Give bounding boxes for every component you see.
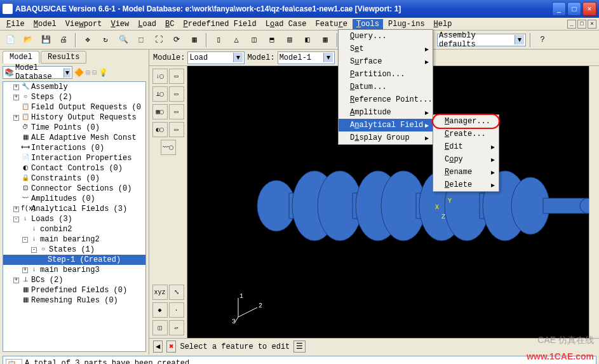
tree-item[interactable]: ◐Contact Controls (0) <box>3 163 145 173</box>
tree-item[interactable]: -↓main bearing2 <box>3 234 145 245</box>
submenu-item[interactable]: Rename▸ <box>433 166 499 179</box>
tools-menu-item[interactable]: Set▸ <box>339 43 433 55</box>
menu-plugins[interactable]: Plug-ins <box>384 19 429 29</box>
mdi-close-button[interactable]: × <box>588 20 596 29</box>
viewport-scrollbar[interactable] <box>589 66 599 338</box>
submenu-item[interactable]: Create... <box>433 128 499 140</box>
new-icon[interactable]: 📄 <box>3 32 18 48</box>
menu-predefined-field[interactable]: Predefined Field <box>179 19 260 29</box>
tree-scope-combo[interactable]: 📚Model Database▾ <box>3 66 72 79</box>
tools-menu-item[interactable]: Surface▸ <box>339 55 433 68</box>
datum-icon[interactable]: ◆ <box>152 302 168 318</box>
tree-item[interactable]: +↓main bearing3 <box>3 265 145 275</box>
tools-menu-item[interactable]: Partition... <box>339 68 433 81</box>
menu-view[interactable]: View <box>107 19 133 29</box>
tree-item[interactable]: +⊥BCs (2) <box>3 275 145 285</box>
case-manager-icon[interactable]: ▭ <box>169 122 184 137</box>
tree-item[interactable]: Step-1 (Created) <box>3 255 145 265</box>
view1-icon[interactable]: ▯ <box>211 32 226 48</box>
expand-toggle-icon[interactable]: + <box>13 84 19 90</box>
expand-toggle-icon[interactable]: - <box>31 247 37 253</box>
tree-item[interactable]: -○States (1) <box>3 245 145 255</box>
tree-item[interactable]: +🔧Assembly <box>3 82 145 92</box>
amp-create-icon[interactable]: 〰▢ <box>161 140 176 155</box>
load-manager-icon[interactable]: ▭ <box>169 69 184 84</box>
submenu-item[interactable]: Manager... <box>433 115 499 128</box>
view5-icon[interactable]: ▤ <box>282 32 297 48</box>
print-icon[interactable]: 🖨 <box>56 32 71 48</box>
view7-icon[interactable]: ▦ <box>318 32 333 48</box>
cycle-icon[interactable]: ⟳ <box>169 32 184 48</box>
expand-icon[interactable]: ⊞ <box>86 68 90 78</box>
field-create-icon[interactable]: ▦▢ <box>152 104 168 119</box>
expand-toggle-icon[interactable]: + <box>13 115 19 121</box>
menu-viewport[interactable]: Viewport <box>62 19 106 29</box>
field-manager-icon[interactable]: ▭ <box>169 104 184 119</box>
load-create-icon[interactable]: ↓▢ <box>152 69 168 84</box>
tree-item[interactable]: ▦Remeshing Rules (0) <box>3 295 145 306</box>
bulb-icon[interactable]: 💡 <box>98 68 108 78</box>
mdi-restore-button[interactable]: □ <box>577 20 586 29</box>
module-combo[interactable]: Load▾ <box>187 51 245 64</box>
tree-item[interactable]: ↓conbin2 <box>3 224 145 234</box>
expand-toggle-icon[interactable]: + <box>13 278 19 283</box>
zoom-box-icon[interactable]: ⬚ <box>133 32 149 48</box>
maximize-button[interactable]: □ <box>567 2 581 16</box>
tab-results[interactable]: Results <box>41 51 86 64</box>
submenu-item[interactable]: Delete▸ <box>433 179 499 191</box>
message-filter-icon[interactable]: 📋 <box>6 359 22 364</box>
tools-menu-item[interactable]: Datum... <box>339 81 433 93</box>
prompt-cancel-icon[interactable]: ✖ <box>166 340 176 353</box>
menu-feature[interactable]: Feature <box>312 19 351 29</box>
tree-item[interactable]: ▦Predefined Fields (0) <box>3 285 145 295</box>
point-icon[interactable]: · <box>169 302 184 318</box>
tree-item[interactable]: 〰Amplitudes (0) <box>3 194 145 204</box>
menu-model[interactable]: Model <box>30 19 60 29</box>
tree-item[interactable]: ⏱Time Points (0) <box>3 123 145 133</box>
model-combo[interactable]: Model-1▾ <box>278 51 335 64</box>
submenu-item[interactable]: Copy▸ <box>433 153 499 166</box>
prompt-list-icon[interactable]: ☰ <box>293 340 306 353</box>
tree-item[interactable]: 🔒Constraints (0) <box>3 173 145 184</box>
fit-icon[interactable]: ⛶ <box>151 32 166 48</box>
menu-bc[interactable]: BC <box>161 19 178 29</box>
tools-menu-item[interactable]: Analytical Field▸ <box>339 119 433 131</box>
triad-icon[interactable]: xyz <box>152 285 168 300</box>
filter-icon[interactable]: 🔶 <box>74 68 84 78</box>
zoom-icon[interactable]: 🔍 <box>116 32 131 48</box>
pan-icon[interactable]: ✥ <box>80 32 95 48</box>
tree-item[interactable]: +f(x)Analytical Fields (3) <box>3 204 145 214</box>
bc-manager-icon[interactable]: ▭ <box>169 86 184 102</box>
tools-menu-item[interactable]: Display Group▸ <box>339 131 433 144</box>
grid-icon[interactable]: ▦ <box>187 32 202 48</box>
view2-icon[interactable]: △ <box>229 32 244 48</box>
case-create-icon[interactable]: ◐▢ <box>152 122 168 137</box>
tree-item[interactable]: +○Steps (2) <box>3 92 145 102</box>
save-icon[interactable]: 💾 <box>38 32 53 48</box>
help-icon[interactable]: ? <box>535 32 550 48</box>
view6-icon[interactable]: ◧ <box>300 32 315 48</box>
expand-toggle-icon[interactable]: + <box>22 267 28 273</box>
plane-icon[interactable]: ▱ <box>169 320 184 335</box>
view4-icon[interactable]: ⬒ <box>264 32 279 48</box>
expand-toggle-icon[interactable]: + <box>13 206 19 212</box>
partition-icon[interactable]: ◫ <box>152 320 168 335</box>
menu-tools[interactable]: Tools <box>353 19 383 29</box>
expand-toggle-icon[interactable]: + <box>13 95 19 100</box>
menu-help[interactable]: Help <box>430 19 456 29</box>
rotate-icon[interactable]: ↻ <box>98 32 113 48</box>
prompt-back-icon[interactable]: ◀ <box>153 340 163 353</box>
tree-item[interactable]: 📋Field Output Requests (0 <box>3 102 145 112</box>
tools-menu-item[interactable]: Reference Point... <box>339 93 433 106</box>
tools-menu-item[interactable]: Query... <box>339 30 433 43</box>
menu-file[interactable]: File <box>3 19 29 29</box>
submenu-item[interactable]: Edit▸ <box>433 140 499 153</box>
tools-menu-item[interactable]: Amplitude▸ <box>339 106 433 119</box>
tree-item[interactable]: ⊡Connector Sections (0) <box>3 184 145 194</box>
render-combo[interactable]: Assembly defaults▾ <box>437 34 526 46</box>
collapse-icon[interactable]: ⊟ <box>92 68 97 78</box>
tree-item[interactable]: +📋History Output Requests <box>3 112 145 123</box>
bc-create-icon[interactable]: ⊥▢ <box>152 86 168 102</box>
expand-toggle-icon[interactable]: - <box>22 237 28 243</box>
menu-load-case[interactable]: Load Case <box>262 19 311 29</box>
